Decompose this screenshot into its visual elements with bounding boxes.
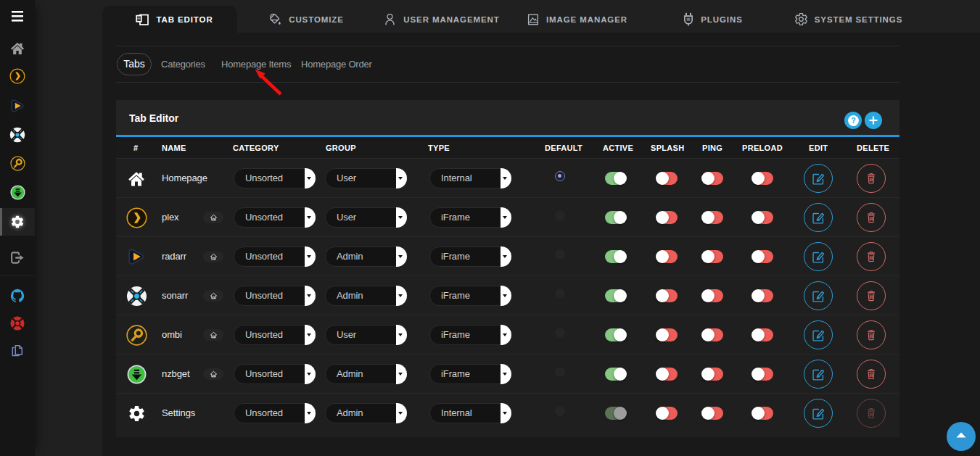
svg-text:?: ? xyxy=(851,116,855,125)
